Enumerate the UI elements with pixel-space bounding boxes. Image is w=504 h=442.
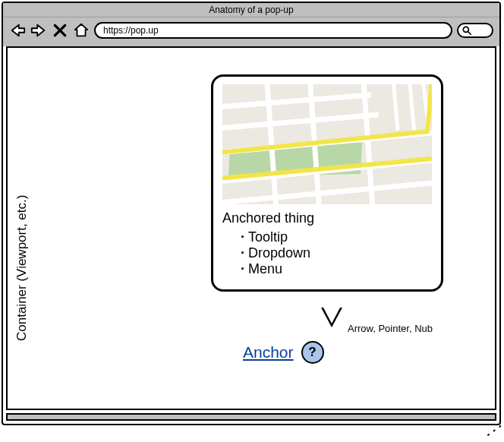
- popup-body: Anchored thing Tooltip Dropdown Menu: [222, 210, 432, 277]
- container-label: Container (Viewport, etc.): [14, 151, 30, 341]
- list-item: Menu: [241, 261, 432, 277]
- status-bar: [6, 413, 496, 421]
- list-item: Tooltip: [241, 229, 432, 245]
- arrow-label: Arrow, Pointer, Nub: [348, 323, 433, 334]
- back-icon[interactable]: [9, 22, 26, 39]
- forward-icon[interactable]: [30, 22, 47, 39]
- home-icon[interactable]: [73, 22, 90, 39]
- help-icon[interactable]: ?: [301, 341, 324, 364]
- popup-list: Tooltip Dropdown Menu: [222, 229, 432, 277]
- popup: Anchored thing Tooltip Dropdown Menu: [211, 74, 443, 292]
- viewport: Container (Viewport, etc.) Anchored thin…: [6, 46, 496, 410]
- window-title: Anatomy of a pop-up: [3, 3, 499, 17]
- resize-grip-icon[interactable]: ⋰: [486, 423, 500, 437]
- list-item: Dropdown: [241, 245, 432, 261]
- anchor-row: Anchor ?: [243, 341, 324, 364]
- popup-heading: Anchored thing: [222, 210, 432, 226]
- stop-icon[interactable]: [52, 22, 68, 39]
- search-pill[interactable]: [457, 23, 493, 38]
- browser-window: Anatomy of a pop-up Container (Viewport,…: [2, 2, 501, 425]
- toolbar: [3, 17, 499, 46]
- anchor-link[interactable]: Anchor: [243, 343, 294, 361]
- map-image: [222, 84, 432, 204]
- url-input[interactable]: [94, 22, 452, 39]
